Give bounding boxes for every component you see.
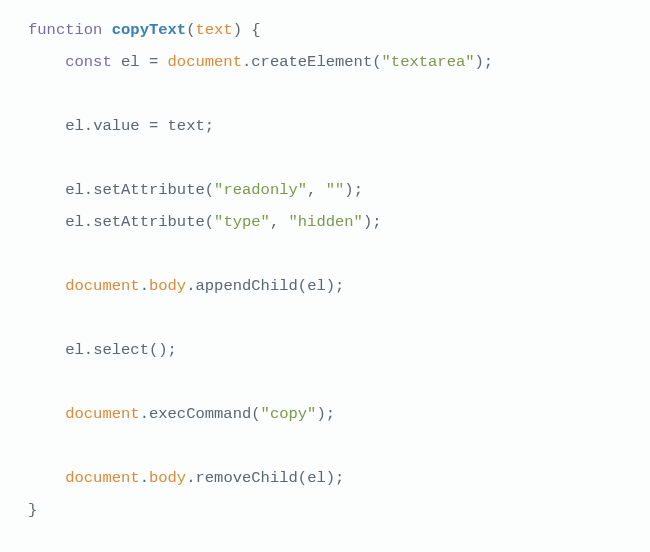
line-4: el.value = text; (28, 117, 214, 135)
obj-body: body (149, 277, 186, 295)
code-block: function copyText(text) { const el = doc… (0, 0, 650, 526)
line-9: document.body.appendChild(el); (28, 277, 344, 295)
str-readonly: "readonly" (214, 181, 307, 199)
obj-document: document (168, 53, 242, 71)
str-copy: "copy" (261, 405, 317, 423)
str-hidden: "hidden" (289, 213, 363, 231)
line-2: const el = document.createElement("texta… (28, 53, 493, 71)
line-7: el.setAttribute("type", "hidden"); (28, 213, 382, 231)
function-name: copyText (112, 21, 186, 39)
str-type: "type" (214, 213, 270, 231)
line-6: el.setAttribute("readonly", ""); (28, 181, 363, 199)
keyword-function: function (28, 21, 102, 39)
str-textarea: "textarea" (382, 53, 475, 71)
line-13: document.execCommand("copy"); (28, 405, 335, 423)
str-empty: "" (326, 181, 345, 199)
line-16: } (28, 501, 37, 519)
line-15: document.body.removeChild(el); (28, 469, 344, 487)
line-11: el.select(); (28, 341, 177, 359)
param-text: text (195, 21, 232, 39)
line-1: function copyText(text) { (28, 21, 261, 39)
keyword-const: const (65, 53, 112, 71)
